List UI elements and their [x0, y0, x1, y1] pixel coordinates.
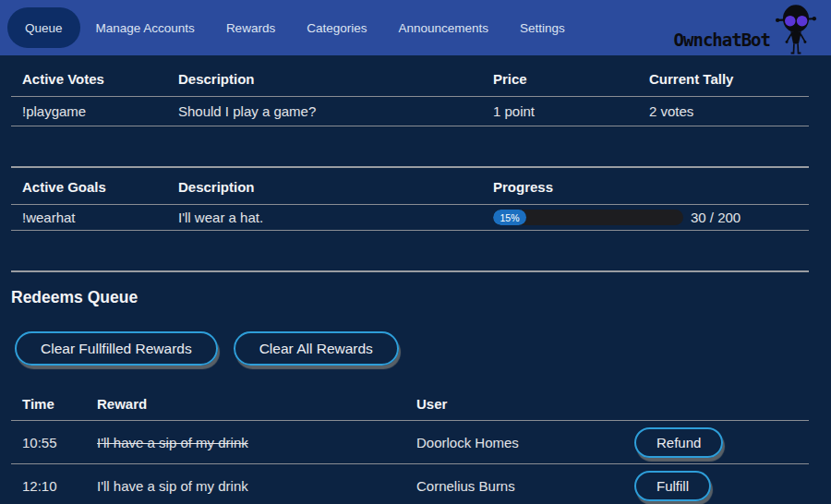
main-content: Active Votes Description Price Current T…	[0, 55, 831, 504]
table-row: !wearhat I'll wear a hat. 15% 30 / 200	[11, 205, 809, 231]
redeems-header-time: Time	[11, 390, 86, 421]
navbar: Queue Manage Accounts Rewards Categories…	[0, 0, 831, 55]
redeem-time: 12:10	[11, 464, 86, 504]
active-votes-table: Active Votes Description Price Current T…	[11, 55, 809, 126]
vote-command: !playgame	[11, 97, 167, 126]
votes-header-price: Price	[482, 55, 638, 97]
redeems-header-reward: Reward	[86, 390, 405, 421]
table-row: 12:10 I'll have a sip of my drink Cornel…	[11, 464, 809, 504]
goal-progress: 15% 30 / 200	[493, 210, 809, 225]
progress-bar-fill: 15%	[493, 210, 526, 225]
votes-header-description: Description	[167, 55, 482, 97]
redeem-user: Doorlock Homes	[405, 421, 623, 464]
goals-header-command: Active Goals	[11, 167, 167, 205]
tab-manage-accounts[interactable]: Manage Accounts	[80, 7, 211, 48]
fulfill-button[interactable]: Fulfill	[634, 471, 711, 501]
refund-button[interactable]: Refund	[634, 427, 723, 458]
goal-command: !wearhat	[11, 205, 167, 231]
robot-mascot-icon	[772, 2, 820, 55]
redeems-actions: Clear Fullfilled Rewards Clear All Rewar…	[11, 331, 809, 366]
votes-header-tally: Current Tally	[638, 55, 809, 97]
goal-description: I'll wear a hat.	[167, 205, 482, 231]
clear-all-rewards-button[interactable]: Clear All Rewards	[234, 331, 399, 366]
tab-settings[interactable]: Settings	[504, 7, 581, 48]
vote-description: Should I play a game?	[167, 97, 482, 126]
goals-header-progress: Progress	[482, 167, 809, 205]
progress-bar-track: 15%	[493, 210, 683, 225]
redeem-user: Cornelius Burns	[405, 464, 623, 504]
progress-percent-label: 15%	[500, 212, 519, 223]
table-row: 10:55 I'll have a sip of my drink Doorlo…	[11, 421, 809, 464]
tab-queue[interactable]: Queue	[7, 7, 80, 48]
redeems-header-user: User	[405, 390, 623, 421]
tab-categories[interactable]: Categories	[291, 7, 382, 48]
section-divider	[11, 270, 809, 272]
vote-price: 1 point	[482, 97, 638, 126]
goals-header-description: Description	[167, 167, 482, 205]
active-goals-table: Active Goals Description Progress !wearh…	[11, 166, 809, 231]
votes-header-command: Active Votes	[11, 55, 167, 97]
redeems-queue-title: Redeems Queue	[11, 288, 809, 307]
app-logo: OwnchatBot	[674, 0, 820, 55]
progress-count-label: 30 / 200	[691, 210, 741, 225]
clear-fulfilled-rewards-button[interactable]: Clear Fullfilled Rewards	[15, 331, 218, 366]
redeem-reward: I'll have a sip of my drink	[97, 478, 248, 494]
redeems-table: Time Reward User 10:55 I'll have a sip o…	[11, 390, 809, 504]
logo-wordmark: OwnchatBot	[674, 29, 770, 50]
redeems-header-actions	[623, 390, 809, 421]
tab-announcements[interactable]: Announcements	[382, 7, 504, 48]
redeem-time: 10:55	[11, 421, 86, 464]
tab-rewards[interactable]: Rewards	[211, 7, 291, 48]
table-row: !playgame Should I play a game? 1 point …	[11, 97, 809, 126]
vote-tally: 2 votes	[638, 97, 809, 126]
redeem-reward: I'll have a sip of my drink	[97, 435, 248, 450]
